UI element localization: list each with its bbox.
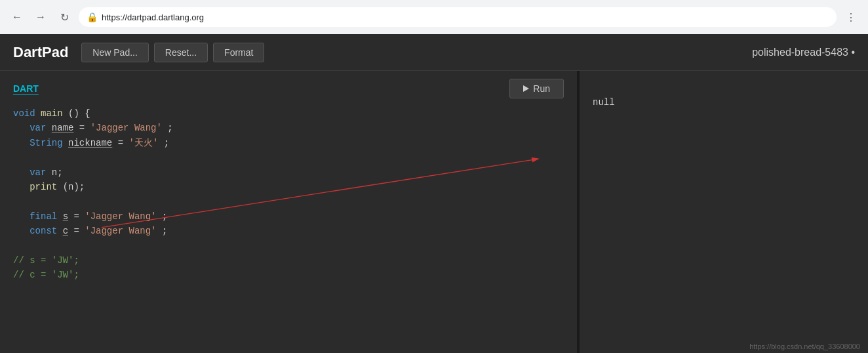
dartpad-logo: DartPad (13, 44, 68, 61)
code-line-9: const c = 'Jagger Wang' ; (13, 224, 564, 238)
lock-icon: 🔒 (87, 12, 98, 22)
code-line-11: // s = 'JW'; (13, 253, 564, 268)
forward-button[interactable]: → (31, 8, 50, 26)
code-line-8: final s = 'Jagger Wang' ; (13, 209, 564, 224)
back-icon: ← (12, 11, 22, 23)
code-line-10 (13, 239, 564, 253)
code-line-5: var n; (13, 165, 564, 180)
pad-title: polished-bread-5483 • (752, 47, 855, 58)
refresh-button[interactable]: ↻ (55, 8, 73, 26)
format-button[interactable]: Format (213, 43, 264, 62)
new-pad-button[interactable]: New Pad... (81, 43, 148, 62)
url-text: https://dartpad.dartlang.org (102, 12, 204, 22)
code-line-3: String nickname = '天火' ; (13, 136, 564, 150)
output-content: null (593, 97, 855, 108)
dartpad-header: DartPad New Pad... Reset... Format polis… (0, 34, 868, 71)
reset-button[interactable]: Reset... (154, 43, 208, 62)
refresh-icon: ↻ (60, 11, 69, 24)
code-line-6: print (n); (13, 180, 564, 194)
address-bar[interactable]: 🔒 https://dartpad.dartlang.org (79, 7, 837, 27)
footer-watermark: https://blog.csdn.net/qq_33608000 (749, 343, 860, 350)
browser-chrome: ← → ↻ 🔒 https://dartpad.dartlang.org ⋮ (0, 0, 868, 34)
editor-panel: DART Run void main () { var name = 'Jagg… (0, 71, 577, 353)
forward-icon: → (35, 11, 46, 23)
editor-header: DART Run (0, 71, 577, 104)
output-value: null (593, 97, 615, 108)
main-area: DART Run void main () { var name = 'Jagg… (0, 71, 868, 353)
code-line-7 (13, 194, 564, 209)
code-area[interactable]: void main () { var name = 'Jagger Wang' … (0, 104, 577, 289)
code-line-1: void main () { (13, 106, 564, 121)
dart-label: DART (13, 83, 39, 94)
chrome-actions: ⋮ (842, 8, 860, 26)
play-icon (523, 85, 529, 92)
code-line-2: var name = 'Jagger Wang' ; (13, 121, 564, 135)
code-line-12: // c = 'JW'; (13, 268, 564, 282)
run-label: Run (533, 83, 550, 94)
back-button[interactable]: ← (8, 8, 26, 26)
output-panel: null https://blog.csdn.net/qq_33608000 (580, 71, 868, 353)
code-line-4 (13, 150, 564, 165)
run-button[interactable]: Run (509, 79, 564, 98)
extensions-button[interactable]: ⋮ (842, 8, 860, 26)
